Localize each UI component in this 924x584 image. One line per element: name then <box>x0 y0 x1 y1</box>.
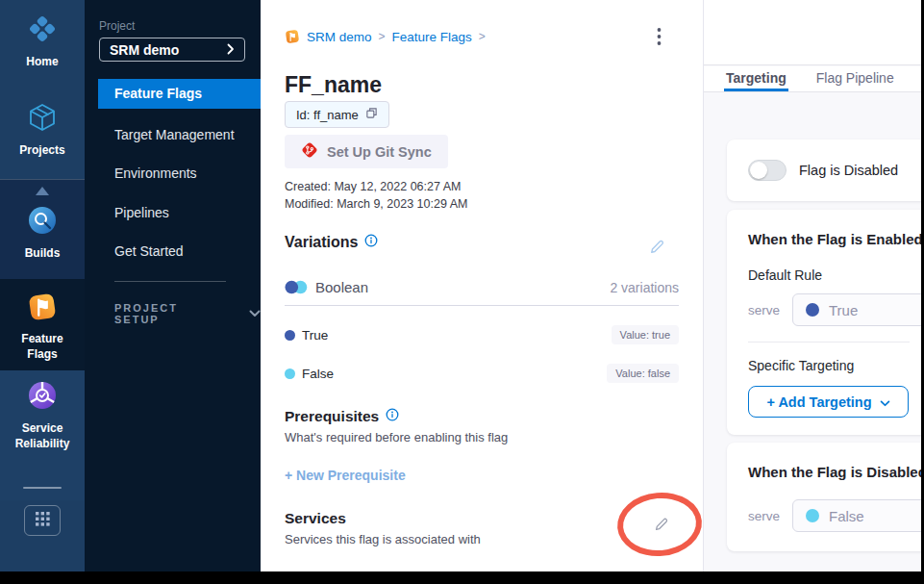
project-name: SRM demo <box>110 42 179 58</box>
serve-label: serve <box>748 303 780 317</box>
kebab-icon <box>657 27 662 50</box>
variations-title: Variations <box>285 234 358 251</box>
breadcrumb-section-link[interactable]: Feature Flags <box>392 30 472 44</box>
variation-value-badge: Value: false <box>607 364 679 383</box>
add-targeting-button[interactable]: + Add Targeting <box>748 386 909 418</box>
card-divider <box>748 342 910 343</box>
project-label: Project <box>99 19 135 33</box>
sidebar-item-feature-flags[interactable]: Feature Flags <box>98 79 261 109</box>
specific-targeting-label: Specific Targeting <box>748 358 910 373</box>
variations-header: Variations <box>285 234 378 251</box>
breadcrumb-project-link[interactable]: SRM demo <box>307 30 372 44</box>
module-label: Feature Flags <box>8 331 77 362</box>
home-icon <box>26 13 59 49</box>
all-modules-button[interactable] <box>24 505 61 536</box>
tab-targeting[interactable]: Targeting <box>724 66 788 91</box>
disabled-serve-row: serve False <box>748 499 910 532</box>
sidebar-item-environments[interactable]: Environments <box>114 165 197 181</box>
scroll-up-icon <box>36 187 49 195</box>
variation-value-badge: Value: true <box>612 325 679 344</box>
rail-divider <box>23 487 62 489</box>
services-subtitle: Services this flag is associated with <box>285 532 481 546</box>
variation-name: True <box>302 328 328 343</box>
services-header: Services <box>285 510 346 527</box>
sidebar-item-get-started[interactable]: Get Started <box>114 243 184 259</box>
chevron-right-icon <box>227 42 235 58</box>
module-feature-flags[interactable]: Feature Flags <box>0 292 85 362</box>
default-serve-row: serve True <box>748 293 910 326</box>
variation-row-false: False Value: false <box>285 363 679 384</box>
edit-services-button[interactable] <box>654 517 669 536</box>
serve-value: True <box>829 302 858 318</box>
sidebar-divider <box>114 281 226 282</box>
targeting-panel-header <box>704 0 921 65</box>
disabled-rules-card: When the Flag is Disabled serve False <box>727 443 921 551</box>
builds-icon <box>26 204 59 241</box>
default-serve-select[interactable]: True <box>792 293 921 326</box>
flag-id-badge[interactable]: Id: ff_name <box>285 101 389 128</box>
screenshot-bottom-border <box>0 571 924 584</box>
breadcrumb: SRM demo > Feature Flags > <box>285 29 486 44</box>
git-sync-button[interactable]: Set Up Git Sync <box>285 135 448 168</box>
breadcrumb-separator: > <box>379 30 386 43</box>
git-sync-label: Set Up Git Sync <box>327 144 432 160</box>
boolean-icon <box>285 280 308 294</box>
git-sync-icon <box>301 141 318 162</box>
prerequisites-title: Prerequisites <box>285 408 379 425</box>
variation-color-dot <box>806 303 819 317</box>
copy-icon <box>365 107 378 122</box>
info-icon <box>364 234 378 251</box>
info-icon <box>386 408 399 425</box>
breadcrumb-separator: > <box>479 30 486 43</box>
flag-id-text: Id: ff_name <box>296 108 359 122</box>
module-projects[interactable]: Projects <box>0 101 85 158</box>
module-label: Projects <box>8 142 77 158</box>
project-setup-toggle[interactable]: PROJECT SETUP <box>114 302 261 325</box>
targeting-tabs: Targeting Flag Pipeline <box>704 66 921 92</box>
feature-flags-icon <box>285 29 300 44</box>
variation-color-dot <box>285 330 295 341</box>
sidebar-item-target-management[interactable]: Target Management <box>114 127 235 142</box>
variation-color-dot <box>806 509 819 522</box>
disabled-card-title: When the Flag is Disabled <box>748 464 910 480</box>
flag-state-card: Flag is Disabled <box>727 140 921 201</box>
flag-created: Created: May 12, 2022 06:27 AM <box>285 180 461 193</box>
module-home[interactable]: Home <box>0 13 85 69</box>
serve-label: serve <box>748 509 780 523</box>
pencil-icon <box>649 239 665 259</box>
prerequisites-subtitle: What's required before enabling this fla… <box>285 430 508 444</box>
module-label: Service Reliability <box>8 420 77 451</box>
variation-count: 2 variations <box>610 280 679 295</box>
scroll-up[interactable] <box>0 187 85 195</box>
module-builds[interactable]: Builds <box>0 204 85 261</box>
flag-detail-page: SRM demo > Feature Flags > FF_name Id: f… <box>261 0 703 571</box>
flag-options-menu-button[interactable] <box>651 27 666 50</box>
chevron-down-icon <box>880 394 890 410</box>
app-window: Home Projects Builds <box>0 0 921 571</box>
tab-flag-pipeline[interactable]: Flag Pipeline <box>816 66 894 91</box>
feature-flags-icon <box>27 292 58 326</box>
module-nav: Home Projects Builds <box>0 0 85 571</box>
sidebar-item-pipelines[interactable]: Pipelines <box>114 205 169 220</box>
default-rule-label: Default Rule <box>748 267 910 283</box>
variation-color-dot <box>285 368 295 379</box>
enabled-card-title: When the Flag is Enabled <box>748 231 910 247</box>
project-setup-label: PROJECT SETUP <box>114 302 224 325</box>
flag-title: FF_name <box>285 72 382 98</box>
variation-type-row: Boolean 2 variations <box>285 279 679 295</box>
project-selector[interactable]: SRM demo <box>99 38 245 62</box>
flag-state-label: Flag is Disabled <box>799 163 898 178</box>
module-label: Builds <box>8 245 77 261</box>
services-title: Services <box>285 510 346 527</box>
flag-enabled-toggle[interactable] <box>748 160 787 181</box>
grid-icon <box>36 512 50 530</box>
toggle-knob-icon <box>750 162 767 179</box>
variations-divider <box>285 305 679 306</box>
edit-variations-button[interactable] <box>649 239 665 259</box>
disabled-serve-select[interactable]: False <box>792 499 921 532</box>
module-service-reliability[interactable]: Service Reliability <box>0 379 85 451</box>
new-prerequisite-button[interactable]: + New Prerequisite <box>285 468 406 483</box>
serve-value: False <box>829 508 864 524</box>
flag-modified: Modified: March 9, 2023 10:29 AM <box>285 197 467 211</box>
variation-name: False <box>302 367 334 381</box>
